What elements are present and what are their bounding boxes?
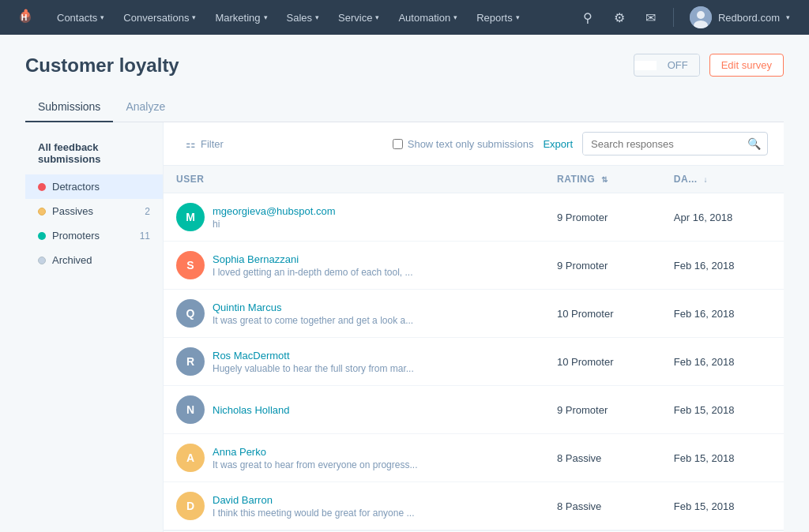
chevron-down-icon: ▾ <box>192 13 196 21</box>
date-cell: Feb 15, 2018 <box>661 386 784 434</box>
avatar: D <box>176 492 205 520</box>
nav-reports[interactable]: Reports ▾ <box>467 0 529 35</box>
content-area: ⚏ Filter Show text only submissions Expo… <box>164 122 784 532</box>
content-toolbar: ⚏ Filter Show text only submissions Expo… <box>164 122 784 166</box>
search-box: 🔍 <box>582 132 768 155</box>
submissions-table: USER RATING ⇅ DA... ↓ <box>164 166 784 530</box>
chevron-down-icon: ▾ <box>315 13 319 21</box>
date-cell: Feb 16, 2018 <box>661 290 784 338</box>
filter-icon: ⚏ <box>186 137 196 150</box>
user-name[interactable]: Ros MacDermott <box>213 350 414 362</box>
search-button[interactable]: 🔍 <box>741 133 767 155</box>
export-link[interactable]: Export <box>543 138 573 150</box>
nav-marketing[interactable]: Marketing ▾ <box>205 0 277 35</box>
passives-count: 2 <box>145 206 150 217</box>
account-name: Redbord.com <box>718 12 780 24</box>
toggle-off-button[interactable]: OFF <box>657 54 699 76</box>
sort-desc-icon: ↓ <box>704 175 709 184</box>
user-cell: A Anna Perko It was great to hear from e… <box>164 434 544 482</box>
promoters-count: 11 <box>140 230 150 242</box>
chevron-down-icon: ▾ <box>264 13 268 21</box>
sidebar-label-detractors: Detractors <box>52 181 100 193</box>
page-header: Customer loyalty OFF Edit survey <box>25 54 784 77</box>
search-input[interactable] <box>583 133 741 155</box>
user-name[interactable]: mgeorgieva@hubspot.com <box>213 205 336 217</box>
rating-cell: 9 Promoter <box>544 386 661 434</box>
table-row: M mgeorgieva@hubspot.com hi 9 Promoter A… <box>164 193 784 242</box>
user-cell: D David Barron I think this meeting woul… <box>164 482 544 530</box>
user-preview: It was great to come together and get a … <box>213 315 413 326</box>
user-cell: N Nicholas Holland <box>164 386 544 434</box>
rating-cell: 10 Promoter <box>544 290 661 338</box>
sidebar-item-passives[interactable]: Passives 2 <box>25 199 163 223</box>
filter-button[interactable]: ⚏ Filter <box>179 134 230 153</box>
avatar <box>690 6 712 28</box>
user-name[interactable]: Sophia Bernazzani <box>213 253 413 265</box>
sidebar-item-promoters[interactable]: Promoters 11 <box>25 223 163 248</box>
nav-divider <box>673 8 674 27</box>
user-cell: R Ros MacDermott Hugely valuable to hear… <box>164 338 544 386</box>
user-cell: Q Quintin Marcus It was great to come to… <box>164 290 544 338</box>
nav-service[interactable]: Service ▾ <box>329 0 389 35</box>
main-layout: All feedback submissions Detractors Pass… <box>25 122 784 532</box>
table-row: R Ros MacDermott Hugely valuable to hear… <box>164 338 784 386</box>
detractors-dot <box>38 183 46 191</box>
topnav-right: ⚲ ⚙ ✉ Redbord.com ▾ <box>575 5 796 30</box>
col-date[interactable]: DA... ↓ <box>661 166 784 193</box>
rating-cell: 10 Promoter <box>544 338 661 386</box>
chevron-down-icon: ▾ <box>516 13 520 21</box>
tab-analyze[interactable]: Analyze <box>113 92 178 122</box>
sort-icon: ⇅ <box>601 175 608 184</box>
user-cell: M mgeorgieva@hubspot.com hi <box>164 193 544 242</box>
sidebar-label-archived: Archived <box>52 254 92 266</box>
promoters-dot <box>38 232 46 240</box>
user-preview: I loved getting an in-depth demo of each… <box>213 267 413 278</box>
date-cell: Feb 16, 2018 <box>661 242 784 290</box>
user-name[interactable]: Nicholas Holland <box>213 404 290 416</box>
avatar: M <box>176 203 205 231</box>
nav-conversations[interactable]: Conversations ▾ <box>114 0 205 35</box>
user-name[interactable]: David Barron <box>213 494 414 506</box>
user-preview: hi <box>213 219 336 230</box>
user-name[interactable]: Anna Perko <box>213 446 417 458</box>
search-icon[interactable]: ⚲ <box>575 5 600 30</box>
col-rating[interactable]: RATING ⇅ <box>544 166 661 193</box>
settings-icon[interactable]: ⚙ <box>607 5 632 30</box>
chevron-down-icon: ▾ <box>375 13 379 21</box>
rating-cell: 8 Passive <box>544 482 661 530</box>
user-name[interactable]: Quintin Marcus <box>213 302 413 313</box>
account-button[interactable]: Redbord.com ▾ <box>683 6 796 28</box>
avatar: S <box>176 251 205 279</box>
col-user: USER <box>164 166 544 193</box>
tabs-bar: Submissions Analyze <box>25 92 784 122</box>
toolbar-right: Show text only submissions Export 🔍 <box>393 132 768 155</box>
nav-sales[interactable]: Sales ▾ <box>277 0 329 35</box>
passives-dot <box>38 208 46 215</box>
page-title: Customer loyalty <box>25 54 179 77</box>
show-text-only-checkbox[interactable] <box>393 139 403 149</box>
rating-cell: 9 Promoter <box>544 242 661 290</box>
sidebar-item-detractors[interactable]: Detractors <box>25 174 163 199</box>
date-cell: Feb 16, 2018 <box>661 338 784 386</box>
chevron-down-icon: ▾ <box>453 13 457 21</box>
hubspot-logo[interactable]: H <box>13 5 38 30</box>
table-header: USER RATING ⇅ DA... ↓ <box>164 166 784 193</box>
show-text-only-label[interactable]: Show text only submissions <box>393 138 534 150</box>
edit-survey-button[interactable]: Edit survey <box>709 54 784 77</box>
archived-dot <box>38 257 46 264</box>
date-cell: Feb 15, 2018 <box>661 482 784 530</box>
tab-submissions[interactable]: Submissions <box>25 92 113 122</box>
sidebar-item-archived[interactable]: Archived <box>25 248 163 272</box>
sidebar-label-passives: Passives <box>52 205 93 217</box>
toggle-on-button[interactable] <box>634 61 657 70</box>
notifications-icon[interactable]: ✉ <box>638 5 664 30</box>
avatar: N <box>176 395 205 424</box>
toggle-group[interactable]: OFF <box>634 54 700 77</box>
table-row: S Sophia Bernazzani I loved getting an i… <box>164 242 784 290</box>
page-container: Customer loyalty OFF Edit survey Submiss… <box>0 35 809 532</box>
nav-contacts[interactable]: Contacts ▾ <box>47 0 114 35</box>
sidebar: All feedback submissions Detractors Pass… <box>25 122 164 532</box>
nav-automation[interactable]: Automation ▾ <box>389 0 467 35</box>
avatar: A <box>176 444 205 472</box>
user-preview: I think this meeting would be great for … <box>213 508 414 519</box>
